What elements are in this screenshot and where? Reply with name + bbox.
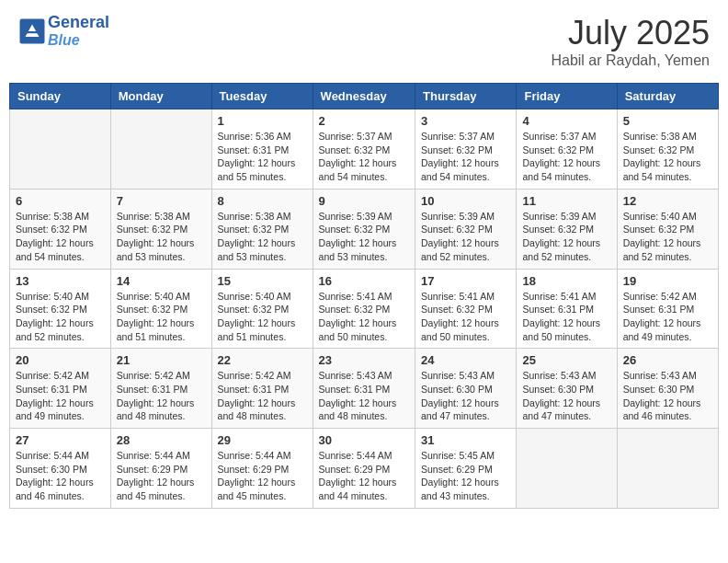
day-info: Sunrise: 5:42 AMSunset: 6:31 PMDaylight:… bbox=[16, 369, 105, 423]
calendar-cell: 11Sunrise: 5:39 AMSunset: 6:32 PMDayligh… bbox=[517, 189, 617, 269]
calendar-cell: 2Sunrise: 5:37 AMSunset: 6:32 PMDaylight… bbox=[313, 109, 415, 190]
location: Habil ar Raydah, Yemen bbox=[551, 52, 710, 69]
calendar-cell: 3Sunrise: 5:37 AMSunset: 6:32 PMDaylight… bbox=[415, 109, 517, 190]
day-header-sunday: Sunday bbox=[10, 84, 111, 109]
calendar-cell: 5Sunrise: 5:38 AMSunset: 6:32 PMDaylight… bbox=[617, 109, 718, 190]
day-header-tuesday: Tuesday bbox=[211, 84, 313, 109]
day-info: Sunrise: 5:38 AMSunset: 6:32 PMDaylight:… bbox=[16, 210, 105, 264]
day-number: 9 bbox=[319, 194, 409, 208]
day-info: Sunrise: 5:42 AMSunset: 6:31 PMDaylight:… bbox=[117, 369, 206, 423]
day-header-monday: Monday bbox=[110, 84, 211, 109]
day-info: Sunrise: 5:42 AMSunset: 6:31 PMDaylight:… bbox=[623, 290, 712, 344]
day-number: 5 bbox=[623, 114, 712, 128]
day-info: Sunrise: 5:44 AMSunset: 6:29 PMDaylight:… bbox=[319, 449, 409, 503]
page-header: General Blue July 2025 Habil ar Raydah, … bbox=[9, 9, 719, 74]
day-header-saturday: Saturday bbox=[617, 84, 718, 109]
calendar-cell: 9Sunrise: 5:39 AMSunset: 6:32 PMDaylight… bbox=[313, 189, 415, 269]
month-title: July 2025 bbox=[551, 14, 710, 52]
day-info: Sunrise: 5:37 AMSunset: 6:32 PMDaylight:… bbox=[319, 130, 409, 184]
day-number: 2 bbox=[319, 114, 409, 128]
calendar-cell: 26Sunrise: 5:43 AMSunset: 6:30 PMDayligh… bbox=[617, 349, 718, 429]
day-number: 18 bbox=[522, 274, 610, 288]
calendar-cell: 19Sunrise: 5:42 AMSunset: 6:31 PMDayligh… bbox=[617, 269, 718, 349]
day-number: 25 bbox=[522, 353, 610, 367]
day-info: Sunrise: 5:40 AMSunset: 6:32 PMDaylight:… bbox=[218, 290, 307, 344]
day-info: Sunrise: 5:40 AMSunset: 6:32 PMDaylight:… bbox=[117, 290, 206, 344]
day-header-friday: Friday bbox=[517, 84, 617, 109]
day-number: 17 bbox=[421, 274, 510, 288]
calendar-cell: 8Sunrise: 5:38 AMSunset: 6:32 PMDaylight… bbox=[211, 189, 313, 269]
day-info: Sunrise: 5:41 AMSunset: 6:32 PMDaylight:… bbox=[421, 290, 510, 344]
day-info: Sunrise: 5:41 AMSunset: 6:32 PMDaylight:… bbox=[319, 290, 409, 344]
calendar-cell: 23Sunrise: 5:43 AMSunset: 6:31 PMDayligh… bbox=[313, 349, 415, 429]
calendar-week-row: 27Sunrise: 5:44 AMSunset: 6:30 PMDayligh… bbox=[10, 429, 719, 509]
title-area: July 2025 Habil ar Raydah, Yemen bbox=[551, 14, 710, 69]
day-number: 29 bbox=[218, 433, 307, 447]
day-info: Sunrise: 5:40 AMSunset: 6:32 PMDaylight:… bbox=[16, 290, 105, 344]
day-number: 21 bbox=[117, 353, 206, 367]
calendar-cell: 21Sunrise: 5:42 AMSunset: 6:31 PMDayligh… bbox=[110, 349, 211, 429]
day-info: Sunrise: 5:41 AMSunset: 6:31 PMDaylight:… bbox=[522, 290, 610, 344]
calendar-cell: 12Sunrise: 5:40 AMSunset: 6:32 PMDayligh… bbox=[617, 189, 718, 269]
calendar-cell: 17Sunrise: 5:41 AMSunset: 6:32 PMDayligh… bbox=[415, 269, 517, 349]
logo: General Blue bbox=[18, 14, 109, 48]
calendar-table: SundayMondayTuesdayWednesdayThursdayFrid… bbox=[9, 83, 719, 509]
calendar-cell: 28Sunrise: 5:44 AMSunset: 6:29 PMDayligh… bbox=[110, 429, 211, 509]
day-info: Sunrise: 5:38 AMSunset: 6:32 PMDaylight:… bbox=[218, 210, 307, 264]
day-info: Sunrise: 5:39 AMSunset: 6:32 PMDaylight:… bbox=[421, 210, 510, 264]
calendar-header-row: SundayMondayTuesdayWednesdayThursdayFrid… bbox=[10, 84, 719, 109]
calendar-cell: 16Sunrise: 5:41 AMSunset: 6:32 PMDayligh… bbox=[313, 269, 415, 349]
calendar-cell: 15Sunrise: 5:40 AMSunset: 6:32 PMDayligh… bbox=[211, 269, 313, 349]
day-info: Sunrise: 5:45 AMSunset: 6:29 PMDaylight:… bbox=[421, 449, 510, 503]
logo-icon bbox=[18, 17, 46, 45]
calendar-cell: 18Sunrise: 5:41 AMSunset: 6:31 PMDayligh… bbox=[517, 269, 617, 349]
day-info: Sunrise: 5:37 AMSunset: 6:32 PMDaylight:… bbox=[421, 130, 510, 184]
calendar-cell bbox=[517, 429, 617, 509]
calendar-week-row: 13Sunrise: 5:40 AMSunset: 6:32 PMDayligh… bbox=[10, 269, 719, 349]
calendar-cell: 14Sunrise: 5:40 AMSunset: 6:32 PMDayligh… bbox=[110, 269, 211, 349]
day-number: 27 bbox=[16, 433, 105, 447]
day-number: 8 bbox=[218, 194, 307, 208]
day-info: Sunrise: 5:43 AMSunset: 6:30 PMDaylight:… bbox=[522, 369, 610, 423]
day-info: Sunrise: 5:37 AMSunset: 6:32 PMDaylight:… bbox=[522, 130, 610, 184]
day-header-thursday: Thursday bbox=[415, 84, 517, 109]
day-number: 13 bbox=[16, 274, 105, 288]
day-number: 11 bbox=[522, 194, 610, 208]
calendar-cell: 6Sunrise: 5:38 AMSunset: 6:32 PMDaylight… bbox=[10, 189, 111, 269]
calendar-cell: 29Sunrise: 5:44 AMSunset: 6:29 PMDayligh… bbox=[211, 429, 313, 509]
calendar-week-row: 1Sunrise: 5:36 AMSunset: 6:31 PMDaylight… bbox=[10, 109, 719, 190]
day-info: Sunrise: 5:43 AMSunset: 6:30 PMDaylight:… bbox=[421, 369, 510, 423]
day-info: Sunrise: 5:39 AMSunset: 6:32 PMDaylight:… bbox=[319, 210, 409, 264]
day-info: Sunrise: 5:38 AMSunset: 6:32 PMDaylight:… bbox=[623, 130, 712, 184]
day-info: Sunrise: 5:44 AMSunset: 6:30 PMDaylight:… bbox=[16, 449, 105, 503]
calendar-cell: 24Sunrise: 5:43 AMSunset: 6:30 PMDayligh… bbox=[415, 349, 517, 429]
day-number: 4 bbox=[522, 114, 610, 128]
day-number: 12 bbox=[623, 194, 712, 208]
day-info: Sunrise: 5:43 AMSunset: 6:30 PMDaylight:… bbox=[623, 369, 712, 423]
day-number: 16 bbox=[319, 274, 409, 288]
day-number: 19 bbox=[623, 274, 712, 288]
calendar-cell: 4Sunrise: 5:37 AMSunset: 6:32 PMDaylight… bbox=[517, 109, 617, 190]
day-number: 3 bbox=[421, 114, 510, 128]
logo-line1: General bbox=[48, 13, 109, 31]
svg-rect-2 bbox=[24, 31, 40, 33]
day-number: 7 bbox=[117, 194, 206, 208]
day-info: Sunrise: 5:42 AMSunset: 6:31 PMDaylight:… bbox=[218, 369, 307, 423]
calendar-week-row: 6Sunrise: 5:38 AMSunset: 6:32 PMDaylight… bbox=[10, 189, 719, 269]
calendar-cell: 30Sunrise: 5:44 AMSunset: 6:29 PMDayligh… bbox=[313, 429, 415, 509]
day-header-wednesday: Wednesday bbox=[313, 84, 415, 109]
calendar-cell bbox=[617, 429, 718, 509]
day-info: Sunrise: 5:36 AMSunset: 6:31 PMDaylight:… bbox=[218, 130, 307, 184]
day-number: 31 bbox=[421, 433, 510, 447]
logo-line2: Blue bbox=[48, 32, 109, 49]
day-number: 22 bbox=[218, 353, 307, 367]
calendar-cell: 20Sunrise: 5:42 AMSunset: 6:31 PMDayligh… bbox=[10, 349, 111, 429]
calendar-cell: 25Sunrise: 5:43 AMSunset: 6:30 PMDayligh… bbox=[517, 349, 617, 429]
calendar-cell: 1Sunrise: 5:36 AMSunset: 6:31 PMDaylight… bbox=[211, 109, 313, 190]
logo-text: General Blue bbox=[48, 14, 109, 48]
day-number: 10 bbox=[421, 194, 510, 208]
day-number: 6 bbox=[16, 194, 105, 208]
calendar-cell: 13Sunrise: 5:40 AMSunset: 6:32 PMDayligh… bbox=[10, 269, 111, 349]
calendar-cell bbox=[110, 109, 211, 190]
day-number: 15 bbox=[218, 274, 307, 288]
